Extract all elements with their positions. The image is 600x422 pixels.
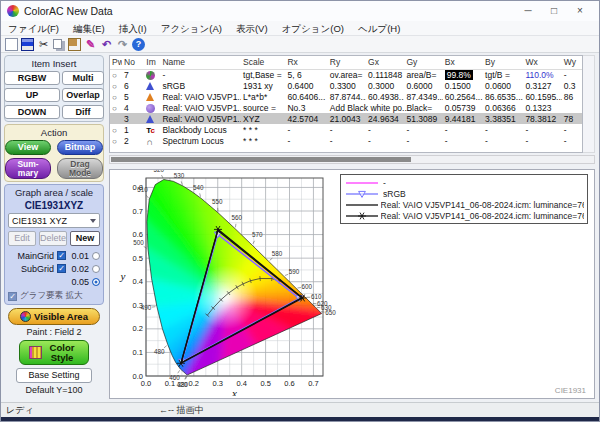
table-horizontal-scrollbar[interactable] [109,155,595,164]
row-radio[interactable]: ○ [112,104,117,113]
menu-item-4[interactable]: 表示(V) [229,21,275,36]
column-header-wx[interactable]: Wx [523,56,561,69]
expand-checkbox[interactable]: ✓ [8,292,17,301]
grid-option-label: 0.01 [71,251,89,261]
maingrid-checkbox[interactable]: ✓ [57,251,66,260]
menu-item-0[interactable]: ファイル(F) [1,21,66,36]
table-cell: Add Black white po... [328,102,366,113]
graph-edit-button[interactable]: Edit [8,231,36,246]
color-style-button[interactable]: Color Style [19,340,89,365]
table-cell: - [562,135,582,146]
insert-rgbw-button[interactable]: RGBW [4,71,60,85]
table-cell: 110.0% [523,69,561,80]
close-button[interactable]: × [567,1,593,21]
grid-option-radio-0.05[interactable] [92,278,100,286]
copy-icon[interactable] [53,39,62,49]
save-icon[interactable] [21,38,34,51]
row-radio[interactable]: ○ [112,93,117,102]
row-number: 6 [122,80,144,91]
menu-item-5[interactable]: オプション(O) [275,21,351,36]
column-header-scale[interactable]: Scale [241,56,285,69]
maximize-button[interactable]: □ [541,1,567,21]
svg-text:0.0: 0.0 [133,372,143,381]
gamut-dot-icon [146,115,154,123]
redo-icon[interactable]: ↷ [116,38,129,51]
row-radio[interactable]: ○ [112,126,117,135]
action-view-button[interactable]: View [5,140,51,155]
action-drag-button[interactable]: Drag Mode [57,158,103,179]
scale-dropdown[interactable]: CIE1931 XYZ [8,213,100,228]
svg-text:570: 570 [252,231,263,238]
table-cell: 1931 xy [241,80,285,91]
action-bitmap-button[interactable]: Bitmap [57,140,103,155]
table-cell: 0.6400 [285,80,327,91]
menu-item-2[interactable]: 挿入(I) [112,21,154,36]
cut-icon[interactable]: ✂ [37,38,50,51]
table-row[interactable]: ○5Real: VAIO VJ5VP1...L*a*b*60.6406...87… [110,91,582,102]
insert-diff-button[interactable]: Diff [62,105,104,119]
insert-down-button[interactable]: DOWN [4,105,60,119]
grid-option-radio-0.01[interactable] [92,252,100,260]
row-number: 5 [122,91,144,102]
insert-up-button[interactable]: UP [4,88,60,102]
insert-overlap-button[interactable]: Overlap [62,88,104,102]
column-header-ry[interactable]: Ry [328,56,366,69]
scale-dropdown-value: CIE1931 XYZ [12,216,90,226]
column-header-rx[interactable]: Rx [285,56,327,69]
row-radio[interactable]: ○ [112,71,117,80]
row-name: sRGB [160,80,241,91]
svg-text:0.2: 0.2 [133,324,143,333]
column-header-im[interactable]: Im [144,56,160,69]
new-icon[interactable] [5,38,18,51]
table-row[interactable]: ○2∩Spectrum Locus* * *-------- [110,135,582,146]
table-cell: - [562,69,582,80]
row-radio[interactable]: ○ [112,82,117,91]
table-row[interactable]: ○6sRGB1931 xy0.64000.33000.30000.60000.1… [110,80,582,91]
status-bar: レディ ←-- 描画中 [1,402,599,417]
row-radio[interactable]: ○ [112,137,117,146]
menu-item-1[interactable]: 編集(E) [66,21,112,36]
brush-icon[interactable]: ✎ [84,38,97,51]
column-header-wy[interactable]: Wy [562,56,582,69]
column-header-bx[interactable]: Bx [443,56,483,69]
subgrid-checkbox[interactable]: ✓ [57,264,66,273]
base-setting-button[interactable]: Base Setting [16,368,92,383]
chevron-down-icon [90,219,96,223]
graph-delete-button[interactable]: Delete [39,231,67,246]
table-cell: XYZ [241,113,285,124]
table-cell: 87.8744... [328,91,366,102]
svg-text:y: y [120,270,126,282]
table-row[interactable]: ○4Real: VAIO VJ5VP1...source =No.3Add Bl… [110,102,582,113]
column-header-name[interactable]: Name [160,56,241,69]
column-header-by[interactable]: By [483,56,523,69]
item-insert-group: Item Insert RGBWMultiUPOverlapDOWNDiff [4,55,104,122]
menu-item-3[interactable]: アクション(A) [154,21,229,36]
legend-item: sRGB [344,188,584,199]
graph-new-button[interactable]: New [70,231,100,246]
grid-option-radio-0.02[interactable] [92,265,100,273]
table-row[interactable]: ○1TcBlackbody Locus* * *-------- [110,124,582,135]
undo-icon[interactable]: ↶ [100,38,113,51]
svg-text:520: 520 [153,170,164,173]
action-sum-button[interactable]: Sum- mary [5,158,51,179]
column-header-gy[interactable]: Gy [404,56,442,69]
table-cell: 60.1595... [523,91,561,102]
table-row[interactable]: ○7-tgt,Base =5, 6ov.area=0.111848area/B=… [110,69,582,80]
paste-icon[interactable] [68,38,81,51]
scrollbar-thumb[interactable] [111,157,411,162]
insert-multi-button[interactable]: Multi [62,71,104,85]
maingrid-label: MainGrid [17,251,54,261]
minimize-button[interactable]: ─ [515,1,541,21]
svg-text:0.4: 0.4 [236,379,246,388]
column-header-gx[interactable]: Gx [366,56,404,69]
menu-item-6[interactable]: ヘルプ(H) [351,21,407,36]
table-vertical-scrollbar[interactable] [583,55,595,153]
column-header-no[interactable]: No [122,56,144,69]
svg-text:0.3: 0.3 [133,301,143,310]
table-cell: 60.6406... [285,91,327,102]
help-icon[interactable]: ? [132,38,145,51]
table-row[interactable]: 3Real: VAIO VJ5VP1...XYZ42.570421.004324… [110,113,582,124]
row-name: Real: VAIO VJ5VP1... [160,91,241,102]
visible-area-button[interactable]: Visible Area [8,308,100,325]
column-header-pw[interactable]: Pw [110,56,122,69]
